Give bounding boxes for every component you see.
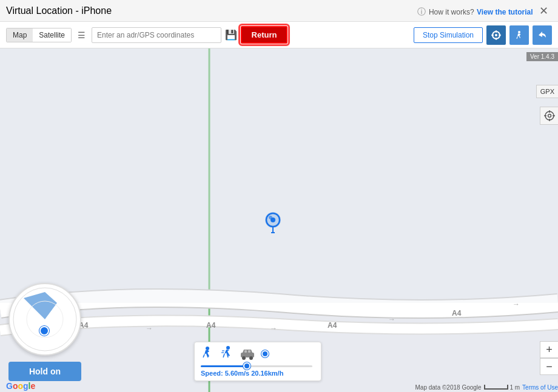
close-button[interactable]: ✕ — [536, 3, 552, 19]
stop-simulation-button[interactable]: Stop Simulation — [414, 27, 483, 43]
road-label-a4-3: A4 — [328, 321, 337, 330]
svg-rect-9 — [0, 48, 558, 303]
location-target-button[interactable] — [486, 25, 506, 45]
road-arrow-5: → — [513, 300, 520, 308]
run-speed-icon — [220, 346, 234, 362]
hold-on-button[interactable]: Hold on — [8, 362, 81, 381]
speed-thumb-indicator — [261, 350, 269, 357]
walk-mode-button[interactable] — [509, 25, 529, 45]
svg-point-13 — [269, 216, 272, 219]
title-bar: Virtual Location - iPhone ⓘ How it works… — [0, 0, 558, 22]
map-attribution: Map data ©2018 Google 1 m Terms of Use — [415, 384, 558, 391]
road-arrow-2: → — [146, 324, 153, 333]
speed-slider[interactable] — [201, 365, 312, 367]
titlebar-right: ⓘ How it works? View the tutorial ✕ — [417, 3, 552, 19]
road-arrow-3: → — [270, 324, 277, 333]
zoom-in-button[interactable]: + — [540, 341, 558, 358]
walk-icon — [514, 30, 524, 40]
map-area[interactable]: A4 A4 A4 A4 → → → → → Ver 1.4.3 GPX + — [0, 48, 558, 392]
svg-rect-36 — [248, 350, 250, 353]
speed-value: 5.60m/s 20.16km/h — [225, 370, 284, 377]
road-label-a4-4: A4 — [452, 309, 461, 317]
speed-label: Speed: — [201, 370, 225, 377]
app-title: Virtual Location - iPhone — [6, 5, 112, 16]
svg-point-33 — [242, 356, 246, 360]
list-icon[interactable]: ☰ — [75, 30, 88, 40]
svg-point-6 — [518, 31, 520, 33]
map-data-text: Map data ©2018 Google — [415, 384, 482, 391]
satellite-tab[interactable]: Satellite — [33, 28, 71, 42]
speed-mode-icons — [201, 346, 312, 362]
speed-text: Speed: 5.60m/s 20.16km/h — [201, 370, 312, 377]
walk-speed-icon — [201, 346, 214, 362]
location-pin[interactable] — [264, 211, 282, 238]
return-button[interactable]: Return — [241, 26, 288, 44]
gpx-button[interactable]: GPX — [536, 85, 558, 98]
help-text: How it works? — [429, 8, 474, 16]
compass-widget — [8, 283, 81, 356]
zoom-out-button[interactable]: − — [540, 358, 558, 375]
target-icon — [491, 30, 501, 40]
svg-point-16 — [545, 111, 554, 120]
road-label-a4-2: A4 — [206, 321, 215, 330]
svg-point-1 — [495, 34, 497, 36]
svg-point-17 — [548, 115, 551, 118]
svg-line-25 — [203, 354, 204, 357]
scale-bar: 1 m — [484, 384, 520, 391]
coord-input[interactable] — [92, 27, 221, 43]
svg-point-27 — [226, 346, 230, 350]
speed-widget: Speed: 5.60m/s 20.16km/h — [194, 342, 321, 381]
svg-point-34 — [249, 356, 253, 360]
svg-point-24 — [206, 347, 209, 350]
svg-line-7 — [517, 37, 517, 39]
side-target-icon[interactable] — [540, 107, 558, 125]
share-icon — [537, 30, 547, 40]
version-badge: Ver 1.4.3 — [526, 52, 558, 61]
save-icon[interactable]: 💾 — [225, 29, 237, 41]
map-tab[interactable]: Map — [7, 28, 33, 42]
map-satellite-toggle: Map Satellite — [6, 28, 72, 42]
help-icon: ⓘ — [417, 7, 426, 16]
car-speed-icon — [240, 348, 255, 360]
tutorial-link[interactable]: View the tutorial — [477, 8, 533, 16]
road-arrow-4: → — [388, 315, 395, 324]
share-button[interactable] — [533, 25, 552, 45]
google-logo: Google — [6, 381, 35, 391]
terms-link[interactable]: Terms of Use — [522, 384, 558, 391]
toolbar: Map Satellite ☰ 💾 Return Stop Simulation — [0, 22, 558, 48]
svg-rect-35 — [244, 350, 247, 353]
svg-line-28 — [223, 354, 224, 357]
